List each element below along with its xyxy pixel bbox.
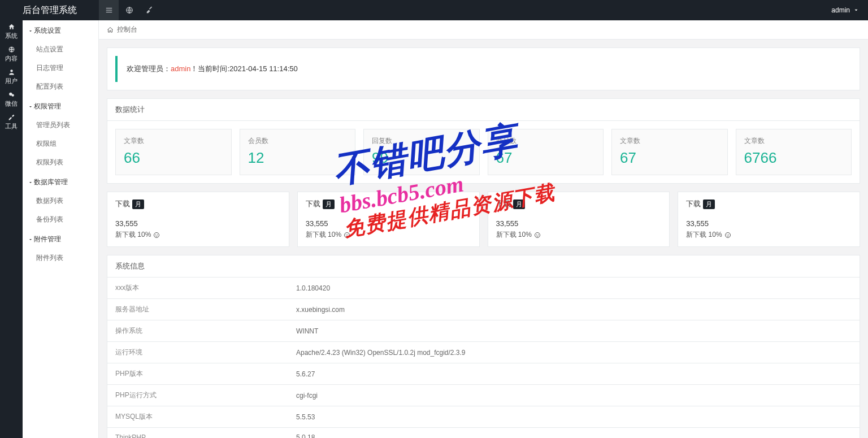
download-sub: 新下载 10% <box>496 230 662 240</box>
globe-icon <box>8 46 15 53</box>
period-tag: 月 <box>703 200 715 209</box>
menu-item[interactable]: 权限组 <box>23 135 98 153</box>
menu-item[interactable]: 站点设置 <box>23 40 98 59</box>
refresh-button[interactable] <box>119 0 140 20</box>
sysinfo-row: ThinkPHP5.0.18 <box>107 428 860 439</box>
menu-item[interactable]: 附件列表 <box>23 249 98 267</box>
period-tag: 月 <box>132 200 144 209</box>
svg-point-9 <box>156 234 157 235</box>
stat-value: 6766 <box>744 149 844 167</box>
stat-label: 文章数 <box>124 136 223 146</box>
home-icon <box>8 23 15 31</box>
sysinfo-value: 5.5.53 <box>288 406 860 428</box>
stat-label: 文章数 <box>744 136 844 146</box>
stats-panel: 数据统计 文章数66会员数12回复数99商品数67文章数67文章数6766 <box>107 98 860 184</box>
stat-label: 文章数 <box>620 136 719 146</box>
sysinfo-panel: 系统信息 xxx版本1.0.180420服务器地址x.xuebingsi.com… <box>107 255 860 438</box>
menu-group-database[interactable]: 数据库管理 <box>23 172 98 192</box>
sysinfo-value: 5.6.27 <box>288 363 860 385</box>
sysinfo-table: xxx版本1.0.180420服务器地址x.xuebingsi.com操作系统W… <box>107 277 860 438</box>
stat-value: 99 <box>372 149 471 167</box>
topbar: 后台管理系统 admin <box>0 0 868 20</box>
sysinfo-row: MYSQL版本5.5.53 <box>107 406 860 428</box>
download-title: 下载 月 <box>115 199 281 209</box>
download-sub: 新下载 10% <box>686 230 852 240</box>
breadcrumb-label: 控制台 <box>117 25 137 34</box>
globe-icon <box>125 6 133 14</box>
smile-icon <box>724 232 731 238</box>
caret-down-icon <box>28 180 33 185</box>
sysinfo-key: ThinkPHP <box>107 428 288 439</box>
secondary-menu: 系统设置 站点设置 日志管理 配置列表 权限管理 管理员列表 权限组 权限列表 … <box>23 20 99 438</box>
content: 欢迎管理员：admin！当前时间:2021-04-15 11:14:50 数据统… <box>99 40 868 438</box>
sidebar-item-system[interactable]: 系统 <box>0 20 23 43</box>
stat-label: 回复数 <box>372 136 471 146</box>
svg-point-19 <box>728 234 729 235</box>
svg-point-5 <box>10 70 12 72</box>
svg-point-12 <box>346 234 346 235</box>
sidebar-item-tools[interactable]: 工具 <box>0 111 23 133</box>
main-area: 控制台 欢迎管理员：admin！当前时间:2021-04-15 11:14:50… <box>99 20 868 438</box>
svg-point-11 <box>345 232 350 237</box>
menu-item[interactable]: 备份列表 <box>23 210 98 229</box>
sysinfo-row: xxx版本1.0.180420 <box>107 277 860 299</box>
download-card: 下载 月33,555新下载 10% <box>297 192 480 247</box>
svg-point-10 <box>158 234 158 235</box>
user-menu[interactable]: admin <box>831 6 868 14</box>
stat-label: 商品数 <box>496 136 596 146</box>
download-card: 下载 月33,555新下载 10% <box>488 192 670 247</box>
menu-item[interactable]: 数据列表 <box>23 192 98 210</box>
sysinfo-row: 服务器地址x.xuebingsi.com <box>107 299 860 320</box>
sidebar-item-wechat[interactable]: 微信 <box>0 88 23 111</box>
download-sub: 新下载 10% <box>115 230 281 240</box>
home-icon <box>107 27 114 33</box>
svg-point-13 <box>348 234 348 235</box>
download-title: 下载 月 <box>496 199 662 209</box>
sysinfo-key: 服务器地址 <box>107 299 288 320</box>
sidebar-item-content[interactable]: 内容 <box>0 43 23 66</box>
menu-group-system[interactable]: 系统设置 <box>23 20 98 40</box>
sysinfo-value: x.xuebingsi.com <box>288 299 860 320</box>
caret-down-icon <box>853 7 859 13</box>
menu-group-attachment[interactable]: 附件管理 <box>23 229 98 249</box>
smile-icon <box>153 232 160 238</box>
sysinfo-key: 运行环境 <box>107 342 288 363</box>
sysinfo-title: 系统信息 <box>107 255 860 277</box>
broom-icon <box>146 6 154 14</box>
sysinfo-value: WINNT <box>288 320 860 342</box>
sidebar-item-user[interactable]: 用户 <box>0 66 23 88</box>
sysinfo-value: cgi-fcgi <box>288 385 860 406</box>
svg-point-8 <box>154 232 159 237</box>
smile-icon <box>534 232 541 238</box>
caret-down-icon <box>28 237 33 242</box>
period-tag: 月 <box>513 200 525 209</box>
stat-card: 回复数99 <box>363 129 480 175</box>
stat-card: 文章数67 <box>611 129 728 175</box>
smile-icon <box>344 232 350 238</box>
download-value: 33,555 <box>686 219 852 228</box>
welcome-message: 欢迎管理员：admin！当前时间:2021-04-15 11:14:50 <box>115 56 852 82</box>
clear-cache-button[interactable] <box>140 0 160 20</box>
wrench-icon <box>8 114 15 121</box>
sysinfo-key: xxx版本 <box>107 277 288 299</box>
stat-card: 会员数12 <box>240 129 356 175</box>
sysinfo-key: 操作系统 <box>107 320 288 342</box>
svg-point-7 <box>11 94 14 96</box>
stat-label: 会员数 <box>248 136 348 146</box>
icon-sidebar: 系统 内容 用户 微信 工具 <box>0 20 23 438</box>
menu-item[interactable]: 管理员列表 <box>23 116 98 135</box>
app-title: 后台管理系统 <box>0 5 99 16</box>
menu-toggle-button[interactable] <box>99 0 119 20</box>
sysinfo-value: 5.0.18 <box>288 428 860 439</box>
menu-icon <box>105 6 113 14</box>
menu-item[interactable]: 配置列表 <box>23 77 98 96</box>
sysinfo-value: Apache/2.4.23 (Win32) OpenSSL/1.0.2j mod… <box>288 342 860 363</box>
svg-point-16 <box>538 234 539 235</box>
menu-item[interactable]: 日志管理 <box>23 59 98 77</box>
download-card: 下载 月33,555新下载 10% <box>107 192 289 247</box>
sysinfo-key: MYSQL版本 <box>107 406 288 428</box>
stat-value: 67 <box>496 149 596 167</box>
menu-group-permission[interactable]: 权限管理 <box>23 96 98 116</box>
stat-value: 66 <box>124 149 223 167</box>
menu-item[interactable]: 权限列表 <box>23 153 98 172</box>
